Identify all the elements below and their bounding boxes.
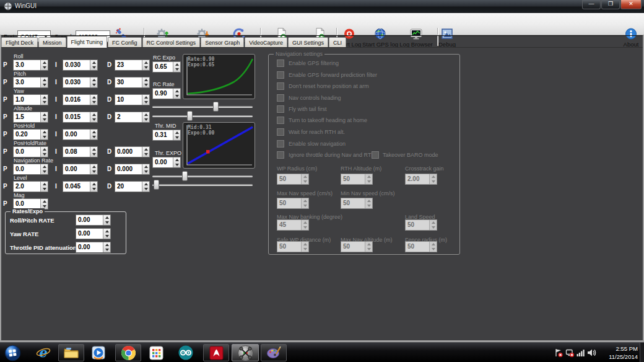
start-button[interactable] [3, 344, 22, 361]
spinner[interactable] [142, 112, 149, 122]
level-d-field[interactable]: 20 [115, 181, 150, 192]
spinner[interactable] [40, 182, 48, 192]
chrome-icon[interactable] [115, 344, 141, 361]
nav-controls-heading-checkbox[interactable] [277, 94, 284, 102]
spinner[interactable] [40, 147, 48, 157]
roll-i-field[interactable]: 0.030 [63, 60, 98, 71]
spinner[interactable] [103, 229, 110, 239]
spinner[interactable] [90, 95, 97, 105]
minimize-button[interactable]: — [582, 0, 601, 9]
altitude-i-field[interactable]: 0.015 [63, 112, 98, 123]
fly-tail-first-checkbox[interactable] [277, 105, 284, 113]
close-button[interactable]: ✕ [620, 0, 642, 9]
yaw-p-field[interactable]: 1.0 [13, 94, 48, 105]
spinner[interactable] [173, 157, 180, 167]
network-signal-icon[interactable] [577, 348, 585, 360]
poshold-p-field[interactable]: 0.20 [13, 129, 48, 140]
explorer-icon[interactable] [58, 344, 84, 361]
device-error-icon[interactable] [565, 348, 575, 360]
log-browser-button[interactable]: Log Browser [394, 27, 438, 48]
spinner[interactable] [173, 62, 180, 72]
spinner[interactable] [40, 130, 48, 139]
spinner[interactable] [90, 182, 97, 192]
tab-flight-deck[interactable]: Flight Deck [1, 37, 38, 48]
spinner[interactable] [40, 112, 48, 122]
spinner[interactable] [90, 60, 97, 70]
pitch-i-field[interactable]: 0.030 [63, 77, 98, 88]
tab-sensor-graph[interactable]: Sensor Graph [201, 37, 244, 48]
roll-p-field[interactable]: 3.0 [13, 60, 48, 71]
spinner[interactable] [90, 130, 97, 139]
tab-gui-settings[interactable]: GUI Settings [288, 37, 328, 48]
altitude-p-field[interactable]: 1.5 [13, 112, 48, 123]
tab-fc-config[interactable]: FC Config [108, 37, 142, 48]
takeover-baro-checkbox[interactable] [372, 151, 379, 159]
posholdrate-p-field[interactable]: 0.0 [13, 146, 48, 157]
about-button[interactable]: About [619, 27, 643, 48]
rc-rate-slider[interactable] [152, 102, 253, 112]
slow-navigation-checkbox[interactable] [277, 140, 284, 148]
adobe-reader-icon[interactable] [203, 344, 229, 361]
rollpitch-rate-field[interactable]: 0.00 [76, 214, 111, 226]
spinner[interactable] [142, 147, 149, 157]
posholdrate-d-field[interactable]: 0.000 [115, 146, 150, 157]
spinner[interactable] [142, 164, 149, 174]
tab-rc-control-settings[interactable]: RC Control Settings [142, 37, 201, 48]
wingui-taskbar-icon[interactable] [232, 344, 259, 361]
debug-button[interactable]: Debug [433, 27, 461, 48]
spinner[interactable] [142, 77, 149, 87]
ignore-throttle-checkbox[interactable] [277, 151, 284, 159]
spinner[interactable] [90, 112, 97, 122]
internet-explorer-icon[interactable]: e [32, 344, 54, 361]
level-i-field[interactable]: 0.045 [63, 181, 98, 192]
spinner[interactable] [90, 147, 97, 157]
spinner[interactable] [40, 164, 48, 174]
spinner[interactable] [40, 60, 48, 70]
spinner[interactable] [40, 77, 48, 87]
roll-d-field[interactable]: 23 [115, 60, 150, 71]
spinner[interactable] [173, 89, 180, 99]
spinner[interactable] [142, 182, 149, 192]
posholdrate-i-field[interactable]: 0.08 [63, 146, 98, 157]
altitude-d-field[interactable]: 2 [115, 112, 150, 123]
app-grid-icon[interactable] [145, 344, 167, 361]
navrate-d-field[interactable]: 0.000 [115, 164, 150, 175]
yaw-i-field[interactable]: 0.016 [63, 94, 98, 105]
tab-cli[interactable]: CLI [329, 37, 346, 48]
show-desktop-button[interactable] [640, 343, 644, 362]
thr-expo-field[interactable]: 0.00 [152, 157, 181, 168]
gps-forward-prediction-checkbox[interactable] [277, 71, 284, 79]
yaw-d-field[interactable]: 10 [115, 94, 150, 105]
tab-mission[interactable]: Mission [38, 37, 66, 48]
spinner[interactable] [103, 215, 110, 225]
arduino-icon[interactable] [175, 344, 197, 361]
navrate-i-field[interactable]: 0.00 [63, 164, 98, 175]
rc-expo-slider[interactable] [152, 111, 253, 121]
gps-filtering-checkbox[interactable] [277, 60, 284, 67]
level-p-field[interactable]: 2.0 [13, 181, 48, 192]
spinner[interactable] [90, 77, 97, 87]
spinner[interactable] [142, 95, 149, 105]
throttle-pid-attenuation-field[interactable]: 0.00 [76, 242, 111, 253]
spinner[interactable] [40, 199, 48, 209]
slider-thumb[interactable] [154, 180, 159, 190]
spinner[interactable] [173, 130, 180, 140]
slider-thumb[interactable] [187, 111, 193, 121]
yaw-rate-field[interactable]: 0.00 [76, 228, 111, 239]
spinner[interactable] [90, 164, 97, 174]
rc-expo-field[interactable]: 0.65 [152, 61, 181, 73]
restore-button[interactable]: ❐ [601, 0, 620, 9]
spinner[interactable] [103, 242, 110, 252]
tab-flight-tuning[interactable]: Flight Tuning [67, 36, 108, 48]
navrate-p-field[interactable]: 0.0 [13, 164, 48, 175]
rc-rate-field[interactable]: 0.90 [152, 88, 181, 99]
dont-reset-home-checkbox[interactable] [277, 82, 284, 90]
spinner[interactable] [142, 60, 149, 70]
pitch-p-field[interactable]: 3.0 [13, 77, 48, 88]
media-player-icon[interactable] [87, 344, 110, 361]
spinner[interactable] [40, 95, 48, 105]
thr-expo-slider[interactable] [152, 180, 253, 190]
tab-videocapture[interactable]: VideoCapture [245, 37, 287, 48]
wait-rth-alt-checkbox[interactable] [277, 128, 284, 136]
action-center-icon[interactable] [554, 348, 564, 360]
